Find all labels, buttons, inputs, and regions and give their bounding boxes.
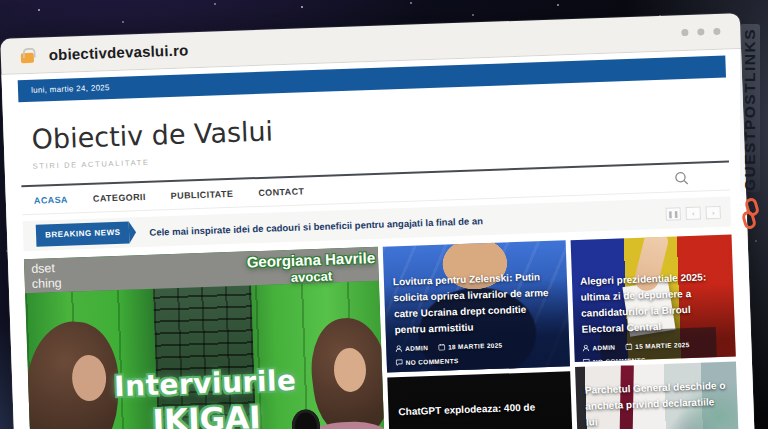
author-item[interactable]: ADMIN [395, 344, 428, 352]
comment-icon [583, 359, 590, 363]
author-icon [395, 345, 402, 352]
comment-icon [396, 359, 403, 366]
window-dot-icon[interactable] [697, 28, 704, 35]
address-url[interactable]: obiectivdevaslui.ro [49, 41, 189, 63]
article-title[interactable]: Lovitura pentru Zelenski: Putin solicita… [393, 269, 560, 339]
window-controls[interactable] [681, 28, 720, 36]
browser-window: obiectivdevaslui.ro luni, martie 24, 202… [0, 13, 759, 429]
author-icon [582, 345, 589, 352]
guest-caption: Georgiana Havrile avocat [246, 249, 375, 286]
article-title[interactable]: Parchetul General deschide o ancheta pri… [585, 378, 730, 429]
article-card-chatgpt[interactable]: ChatGPT explodeaza: 400 de [387, 371, 574, 429]
window-dot-icon[interactable] [681, 29, 688, 36]
date-item: 18 MARTIE 2025 [438, 342, 503, 351]
article-card-alegeri[interactable]: Alegeri prezidentiale 2025: ultima zi de… [571, 235, 736, 363]
webpage: luni, martie 24, 2025 Obiectiv de Vaslui… [1, 49, 759, 429]
article-comments[interactable]: NO COMMENTS [396, 354, 561, 367]
article-meta: ADMIN 18 MARTIE 2025 [395, 340, 560, 353]
window-dot-icon[interactable] [713, 28, 720, 35]
podcast-studio-image: Interviurile IKIGAI [25, 281, 386, 429]
video-title-overlay: Interviurile IKIGAI [28, 361, 384, 429]
calendar-icon [625, 343, 632, 350]
author-item[interactable]: ADMIN [582, 344, 615, 352]
podcast-label: dset ching [31, 261, 62, 292]
starfield-background [0, 0, 2, 2]
breaking-news-badge: BREAKING NEWS [36, 222, 130, 247]
article-card-putin[interactable]: Lovitura pentru Zelenski: Putin solicita… [383, 240, 570, 372]
nav-item-categorii[interactable]: CATEGORII [93, 191, 146, 203]
nav-item-contact[interactable]: CONTACT [258, 186, 304, 198]
lock-icon [21, 53, 34, 63]
ticker-controls: ❚❚ ‹ › [666, 205, 721, 220]
search-icon[interactable] [673, 169, 690, 186]
featured-article-interviurile-ikigai[interactable]: dset ching Georgiana Havrile avocat [24, 247, 386, 429]
pause-button[interactable]: ❚❚ [666, 207, 681, 221]
article-title[interactable]: Alegeri prezidentiale 2025: ultima zi de… [580, 269, 727, 338]
article-grid: dset ching Georgiana Havrile avocat [24, 235, 740, 429]
breaking-headline-link[interactable]: Cele mai inspirate idei de cadouri si be… [149, 215, 483, 238]
chain-link-icon [742, 198, 762, 234]
article-card-parchetul-general[interactable]: Parchetul General deschide o ancheta pri… [575, 361, 740, 429]
article-title[interactable]: ChatGPT explodeaza: 400 de [398, 399, 561, 421]
watermark-label: GUESTPOSTLINKS [740, 24, 760, 192]
prev-button[interactable]: ‹ [685, 206, 700, 220]
next-button[interactable]: › [705, 205, 720, 219]
guestpostlinks-watermark: GUESTPOSTLINKS [740, 24, 766, 234]
nav-item-acasa[interactable]: ACASA [34, 194, 68, 205]
calendar-icon [438, 344, 445, 351]
nav-item-publicitate[interactable]: PUBLICITATE [171, 188, 234, 200]
